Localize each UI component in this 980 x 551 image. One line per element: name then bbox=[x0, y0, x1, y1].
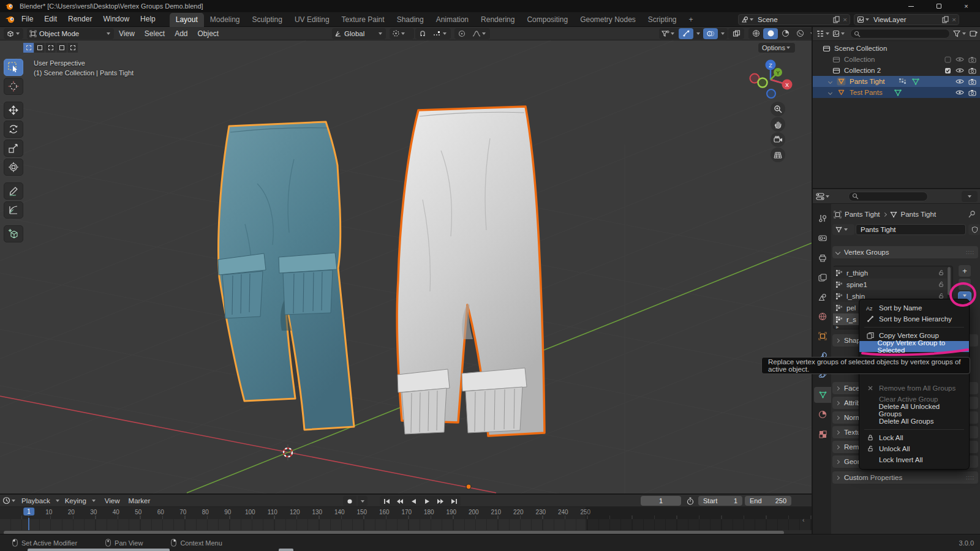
select-mode-new-button[interactable] bbox=[23, 43, 34, 53]
unlink-scene-icon[interactable]: × bbox=[843, 16, 847, 23]
timeline-editor-type-button[interactable] bbox=[1, 495, 17, 506]
breadcrumb-object-name[interactable]: Pants Tight bbox=[845, 211, 880, 218]
outliner-row-collection[interactable]: Collection bbox=[813, 54, 980, 65]
outliner-search-input[interactable] bbox=[861, 30, 897, 37]
gizmo-x-label[interactable]: X bbox=[785, 82, 789, 88]
viewlayer-name[interactable]: ViewLayer bbox=[870, 16, 942, 23]
properties-search[interactable] bbox=[848, 192, 928, 201]
snap-toggle[interactable] bbox=[415, 28, 430, 39]
unlock-icon[interactable] bbox=[938, 281, 944, 288]
keying-set-dropdown[interactable] bbox=[358, 496, 368, 506]
shading-solid-button[interactable] bbox=[763, 28, 778, 39]
vg-row-spine1[interactable]: spine1 bbox=[833, 279, 947, 290]
collection-2-eye-icon[interactable] bbox=[956, 67, 964, 73]
tab-object-data[interactable] bbox=[814, 387, 831, 403]
properties-editor-type-button[interactable] bbox=[815, 191, 831, 202]
timeline-menu-playback[interactable]: Playback bbox=[17, 497, 55, 504]
tab-output[interactable] bbox=[814, 250, 831, 266]
new-viewlayer-icon[interactable] bbox=[942, 16, 949, 23]
expand-arrow-icon[interactable] bbox=[828, 79, 832, 83]
menu-render[interactable]: Render bbox=[62, 12, 97, 26]
tool-select-box[interactable] bbox=[4, 59, 23, 76]
next-keyframe-button[interactable] bbox=[434, 496, 447, 506]
menu-lock-all[interactable]: Lock All bbox=[859, 432, 969, 443]
tab-world[interactable] bbox=[814, 309, 831, 324]
tab-rendering[interactable]: Rendering bbox=[475, 13, 521, 27]
outliner-row-collection-2[interactable]: Collection 2 bbox=[813, 65, 980, 76]
tool-scale[interactable] bbox=[4, 140, 23, 157]
scene-name[interactable]: Scene bbox=[755, 16, 833, 23]
tab-modeling[interactable]: Modeling bbox=[204, 13, 246, 27]
pin-icon[interactable] bbox=[968, 210, 976, 218]
tab-render[interactable] bbox=[814, 230, 831, 246]
tab-object[interactable] bbox=[814, 328, 831, 344]
menu-window[interactable]: Window bbox=[97, 12, 135, 26]
outliner-row-scene-collection[interactable]: Scene Collection bbox=[813, 43, 980, 54]
tool-move[interactable] bbox=[4, 102, 23, 119]
visibility-dropdown[interactable] bbox=[659, 28, 680, 39]
fake-user-button[interactable] bbox=[968, 224, 980, 235]
pants-tight-camera-icon[interactable] bbox=[968, 78, 976, 85]
outliner-search[interactable] bbox=[850, 29, 950, 39]
collection-2-checkbox[interactable] bbox=[944, 67, 951, 74]
viewport-menu-select[interactable]: Select bbox=[140, 29, 170, 38]
navigation-gizmo[interactable]: Z X Y bbox=[746, 54, 795, 103]
tab-shading[interactable]: Shading bbox=[391, 13, 430, 27]
menu-delete-all-unlocked-groups[interactable]: Delete All Unlocked Groups bbox=[859, 405, 969, 416]
outliner-row-pants-tight[interactable]: Pants Tight bbox=[813, 76, 980, 87]
auto-key-button[interactable] bbox=[343, 496, 356, 506]
hide-eye-icon[interactable] bbox=[956, 56, 964, 62]
menu-sort-by-bone-hierarchy[interactable]: Sort by Bone Hierarchy bbox=[859, 313, 969, 324]
frame-end-field[interactable]: End 250 bbox=[745, 496, 791, 506]
test-pants-eye-icon[interactable] bbox=[956, 89, 964, 96]
tool-cursor[interactable] bbox=[4, 78, 23, 95]
test-pants-object[interactable] bbox=[397, 107, 545, 436]
timeline-menu-view[interactable]: View bbox=[100, 497, 124, 504]
list-filter-toggle-icon[interactable]: ▸ bbox=[836, 324, 839, 330]
play-button[interactable] bbox=[420, 496, 434, 506]
panel-vertex-groups[interactable]: Vertex Groups :::: bbox=[832, 246, 978, 258]
scene-selector[interactable]: Scene × bbox=[738, 14, 850, 25]
outliner-display-mode-button[interactable] bbox=[831, 28, 847, 39]
tab-scene[interactable] bbox=[814, 289, 831, 305]
properties-search-input[interactable] bbox=[859, 193, 895, 200]
select-mode-extend-button[interactable] bbox=[34, 43, 45, 53]
tool-transform[interactable] bbox=[4, 159, 23, 176]
maximize-button[interactable] bbox=[925, 0, 952, 12]
tool-rotate[interactable] bbox=[4, 121, 23, 138]
overlays-caret-button[interactable] bbox=[718, 28, 728, 39]
panel-custom-properties[interactable]: Custom Properties :::: bbox=[832, 471, 978, 484]
pan-button[interactable] bbox=[771, 117, 785, 132]
collection-exclude-checkbox[interactable] bbox=[944, 56, 951, 63]
prev-keyframe-button[interactable] bbox=[393, 496, 407, 506]
menu-remove-from-all-groups[interactable]: Remove from All Groups bbox=[859, 383, 969, 394]
tab-material[interactable] bbox=[814, 407, 831, 422]
mesh-name-field[interactable] bbox=[856, 224, 966, 235]
vg-row-r-thigh[interactable]: r_thigh bbox=[833, 267, 947, 279]
expand-arrow-icon[interactable] bbox=[828, 90, 832, 94]
select-mode-invert-button[interactable] bbox=[56, 43, 67, 53]
falloff-dropdown[interactable] bbox=[469, 28, 490, 39]
tab-texture[interactable] bbox=[814, 426, 831, 442]
camera-view-button[interactable] bbox=[771, 132, 785, 147]
close-button[interactable]: × bbox=[952, 0, 980, 12]
test-pants-camera-icon[interactable] bbox=[968, 89, 976, 96]
menu-unlock-all[interactable]: Unlock All bbox=[859, 443, 969, 454]
tab-texture-paint[interactable]: Texture Paint bbox=[336, 13, 391, 27]
viewport-3d[interactable]: Options User Perspective (1) Scene Colle… bbox=[0, 40, 812, 493]
gizmos-caret-button[interactable] bbox=[693, 28, 703, 39]
mesh-id-dropdown[interactable] bbox=[832, 224, 854, 235]
select-mode-subtract-button[interactable] bbox=[45, 43, 56, 53]
panel-grip-icon[interactable]: :::: bbox=[966, 249, 974, 255]
tab-add-workspace[interactable]: + bbox=[683, 13, 699, 27]
tab-view-layer[interactable] bbox=[814, 269, 831, 285]
tab-layout[interactable]: Layout bbox=[170, 13, 204, 27]
xray-toggle[interactable] bbox=[728, 28, 744, 39]
jump-to-end-button[interactable] bbox=[447, 496, 461, 506]
menu-lock-invert-all[interactable]: Lock Invert All bbox=[859, 454, 969, 465]
tool-annotate[interactable] bbox=[4, 182, 23, 200]
new-scene-icon[interactable] bbox=[833, 16, 840, 23]
pivot-point-dropdown[interactable] bbox=[390, 28, 414, 39]
viewlayer-selector[interactable]: ViewLayer × bbox=[854, 14, 959, 25]
zoom-button[interactable] bbox=[771, 102, 785, 116]
